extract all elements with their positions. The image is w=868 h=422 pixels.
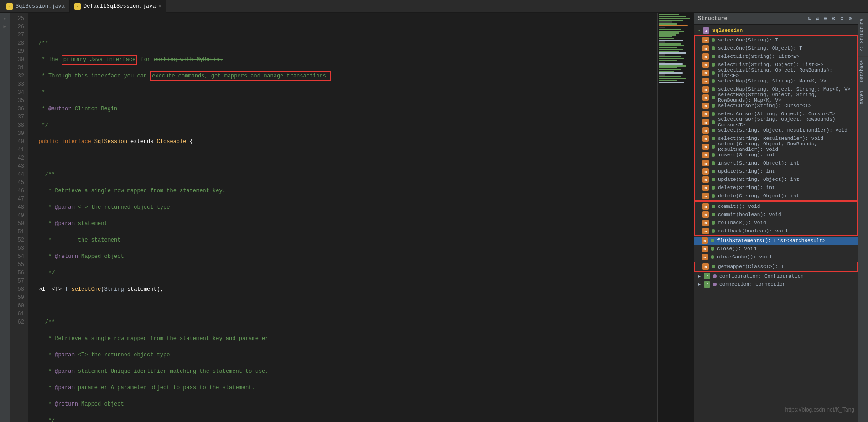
java-file-icon-2: J [74, 3, 81, 10]
minimap [657, 13, 694, 422]
method-selectMap3-label: selectMap(String, Object, String, RowBou… [718, 92, 853, 103]
code-line-25 [32, 23, 654, 31]
vertical-tabs: Z: Structure Database Maven [858, 13, 868, 422]
code-editor[interactable]: 25 26 27 28 29 30 31 32 33 34 35 36 37 3… [10, 13, 694, 422]
config-btn[interactable]: ⚙ [846, 15, 854, 23]
tree-method-selectList1[interactable]: m selectList(String): List<E> [695, 52, 857, 61]
method-flush-label: flushStatements(): List<BatchResult> [717, 238, 826, 243]
maven-vtab[interactable]: Maven [858, 87, 868, 108]
code-line-32: public interface SqlSession extends Clos… [32, 138, 654, 146]
main-layout: ★ ▶ 25 26 27 28 29 30 31 32 33 34 35 36 … [0, 13, 868, 422]
method-selectList2-label: selectList(String, Object): List<E> [718, 62, 823, 67]
tree-method-delete1[interactable]: m delete(String): int [695, 184, 857, 192]
method-selectOne1-label: selectOne(String): T [718, 37, 778, 43]
code-line-36: * @param <T> the returned object type [32, 203, 654, 211]
method-delete2-label: delete(String, Object): int [718, 193, 799, 199]
run-icon[interactable]: ▶ [1, 23, 9, 30]
tree-method-update2[interactable]: m update(String, Object): int [695, 175, 857, 184]
code-content[interactable]: /** * The primary Java interface for wor… [28, 13, 657, 422]
tree-method-selectMap3[interactable]: m selectMap(String, Object, String, RowB… [695, 93, 857, 102]
code-line-27: * The primary Java interface for working… [32, 56, 654, 64]
structure-title: Structure [698, 15, 728, 22]
database-vtab[interactable]: Database [858, 56, 868, 86]
method-rollback2-label: rollback(boolean): void [718, 228, 787, 234]
code-line-41: ⊙l <T> T selectOne(String statement); [32, 285, 654, 293]
sort-alpha-btn[interactable]: ⇅ [805, 15, 813, 23]
method-select2-label: select(String, ResultHandler): void [718, 136, 823, 141]
tree-method-selectOne1[interactable]: m selectOne(String): T [695, 36, 857, 44]
collapse-btn[interactable]: ⊗ [830, 15, 838, 23]
tree-method-commit2[interactable]: m commit(boolean): void [695, 211, 857, 219]
tab-sqlsession[interactable]: J SqlSession.java [2, 0, 70, 13]
method-selectMap2-label: selectMap(String, Object, String): Map<K… [718, 87, 850, 92]
structure-header: Structure ⇅ ⇄ ⊕ ⊗ ⊘ ⚙ [694, 13, 858, 25]
structure-vtab[interactable]: Z: Structure [858, 15, 868, 55]
bookmark-icon[interactable]: ★ [1, 15, 9, 22]
method-rollback1-label: rollback(): void [718, 220, 766, 226]
tree-method-delete2[interactable]: m delete(String, Object): int [695, 192, 857, 200]
method-selectList3-label: selectList(String, Object, RowBounds): L… [718, 67, 853, 78]
method-update2-label: update(String, Object): int [718, 177, 799, 182]
tree-method-update1[interactable]: m update(String): int [695, 167, 857, 175]
tree-root-label: SqlSession [712, 28, 743, 33]
sort-type-btn[interactable]: ⇄ [813, 15, 821, 23]
structure-panel: Structure ⇅ ⇄ ⊕ ⊗ ⊘ ⚙ ▾ I SqlSession m s… [694, 13, 858, 422]
code-line-31: */ [32, 121, 654, 129]
method-insert1-label: insert(String): int [718, 152, 775, 158]
method-insert2-label: insert(String, Object): int [718, 160, 799, 166]
tree-root-sqlsession[interactable]: ▾ I SqlSession [694, 26, 858, 35]
method-commit2-label: commit(boolean): void [718, 212, 781, 217]
code-line-30: * @author Clinton Begin [32, 105, 654, 113]
method-selectMap1-label: selectMap(String, String): Map<K, V> [718, 78, 826, 84]
tab-bar: J SqlSession.java J DefaultSqlSession.ja… [0, 0, 868, 13]
tree-method-selectList3[interactable]: m selectList(String, Object, RowBounds):… [695, 69, 857, 77]
tree-method-close[interactable]: m close(): void [694, 245, 858, 253]
code-line-43: /** [32, 318, 654, 326]
tab-defaultsqlsession[interactable]: J DefaultSqlSession.java ✕ [70, 0, 166, 13]
tx-section: m commit(): void m commit(boolean): void… [694, 201, 858, 236]
crud-section: m selectOne(String): T m selectOne(Strin… [694, 35, 858, 201]
tree-method-selectCursor3[interactable]: m selectCursor(String, Object, RowBounds… [695, 118, 857, 126]
code-line-35: * Retrieve a single row mapped from the … [32, 187, 654, 195]
method-select1-label: select(String, Object, ResultHandler): v… [718, 128, 847, 133]
method-selectCursor3-label: selectCursor(String, Object, RowBounds):… [718, 117, 853, 128]
code-line-42 [32, 302, 654, 310]
highlight-execute-commands: execute commands, get mappers and manage… [150, 71, 331, 81]
tree-method-rollback2[interactable]: m rollback(boolean): void [695, 227, 857, 235]
highlight-primary-java-interface: primary Java interface [62, 55, 137, 65]
close-tab-icon[interactable]: ✕ [158, 4, 161, 9]
code-line-33 [32, 154, 654, 162]
method-selectOne2-label: selectOne(String, Object): T [718, 46, 802, 51]
method-select3-label: select(String, Object, RowBounds, Result… [718, 141, 853, 152]
code-line-34: /** [32, 170, 654, 179]
method-selectCursor2-label: selectCursor(String, Object): Cursor<T> [718, 111, 835, 117]
method-commit1-label: commit(): void [718, 204, 760, 209]
code-line-39: * @return Mapped object [32, 252, 654, 261]
method-close-label: close(): void [717, 246, 756, 252]
tree-method-flushStatements[interactable]: m flushStatements(): List<BatchResult> [694, 237, 858, 245]
tree-method-getMapper[interactable]: m getMapper(Class<T>): T [695, 262, 857, 271]
expand-btn[interactable]: ⊕ [821, 15, 830, 23]
tree-field-configuration[interactable]: ▶ f configuration: Configuration [694, 272, 858, 280]
code-line-40: */ [32, 269, 654, 277]
code-line-44: * Retrieve a single row mapped from the … [32, 335, 654, 343]
code-line-47: * @param parameter A parameter object to… [32, 384, 654, 392]
tree-method-commit1[interactable]: m commit(): void [695, 202, 857, 211]
code-line-49: */ [32, 417, 654, 422]
filter-btn[interactable]: ⊘ [838, 15, 846, 23]
code-line-45: * @param <T> the returned object type [32, 351, 654, 359]
code-line-29: * [32, 88, 654, 97]
tree-method-insert2[interactable]: m insert(String, Object): int [695, 159, 857, 167]
tree-method-select3[interactable]: m select(String, Object, RowBounds, Resu… [695, 143, 857, 151]
code-line-38: * the statement [32, 236, 654, 244]
code-line-26: /** [32, 39, 654, 47]
mapper-section: m getMapper(Class<T>): T 获取Mapper [694, 262, 858, 272]
code-line-46: * @param statement Unique identifier mat… [32, 367, 654, 376]
tree-method-selectOne2[interactable]: m selectOne(String, Object): T [695, 44, 857, 52]
tree-method-select1[interactable]: m select(String, Object, ResultHandler):… [695, 126, 857, 134]
tree-method-rollback1[interactable]: m rollback(): void [695, 219, 857, 227]
watermark: https://blog.csdn.net/K_Tang [785, 407, 854, 413]
tree-method-clearCache[interactable]: m clearCache(): void [694, 253, 858, 261]
interface-icon: I [703, 27, 709, 34]
tree-field-connection[interactable]: ▶ f connection: Connection [694, 280, 858, 288]
